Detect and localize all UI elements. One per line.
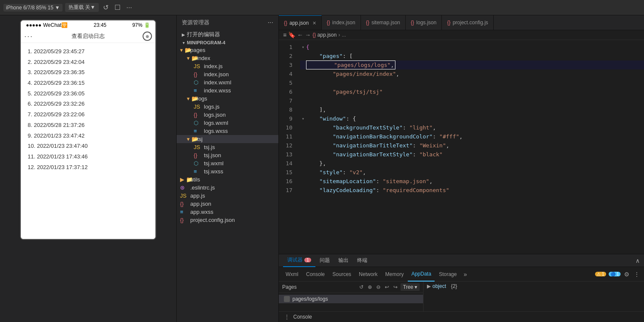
tree-label: logs.json <box>204 112 278 118</box>
tree-item-tsj-js[interactable]: JS tsj.js <box>177 143 278 151</box>
tree-label: tsj.wxss <box>204 168 278 175</box>
debug-terminal-tab[interactable]: 终端 <box>353 254 372 267</box>
debug-badge: 1 <box>304 258 311 262</box>
devtool-tab-sources[interactable]: Sources <box>329 267 355 282</box>
js-icon: JS <box>194 63 200 69</box>
devtool-tab-memory[interactable]: Memory <box>382 267 407 282</box>
tree-item-index[interactable]: ▾ 📂 index <box>177 54 278 62</box>
tree-item-logs-wxml[interactable]: ⬡ logs.wxml <box>177 119 278 127</box>
devtool-tab-wxml[interactable]: Wxml <box>282 267 302 282</box>
devtool-tab-network[interactable]: Network <box>355 267 381 282</box>
tree-item-index-wxss[interactable]: ≡ index.wxss <box>177 86 278 95</box>
tree-label: index.wxss <box>204 87 278 94</box>
console-row: ⋮ Console <box>279 311 644 322</box>
tree-item-pages[interactable]: ▾ 📂 pages <box>177 46 278 54</box>
tree-item-index-js[interactable]: JS index.js <box>177 62 278 70</box>
wxml-icon: ⬡ <box>194 120 198 126</box>
terminal-label: 终端 <box>357 257 367 264</box>
signal-icon: ●●●●● <box>26 22 41 28</box>
tree-label: index.json <box>204 71 278 78</box>
eslint-icon: ⊛ <box>180 184 185 191</box>
appdata-content: Pages ↺ ⊕ ⊖ ↩ ↪ Tree ▾ pages/logs/logs <box>279 282 644 311</box>
js-icon: JS <box>180 193 186 199</box>
devtools-more-options-button[interactable]: ⋮ <box>633 270 641 279</box>
tab-logs-json[interactable]: {} logs.json <box>406 15 442 30</box>
wxml-icon: ⬡ <box>194 79 198 86</box>
devtool-tab-appdata[interactable]: AppData <box>408 267 435 282</box>
appdata-undo-button[interactable]: ↩ <box>384 284 390 290</box>
wechat-label: WeChat🛜 <box>43 22 68 28</box>
obj-value-key: object <box>432 283 446 289</box>
debug-issues-tab[interactable]: 问题 <box>315 254 334 267</box>
tree-item-index-wxml[interactable]: ⬡ index.wxml <box>177 78 278 86</box>
devtool-tab-console[interactable]: Console <box>303 267 328 282</box>
bookmark-button[interactable]: 🔖 <box>288 32 295 38</box>
code-content[interactable]: ▾{ "pages": [ "pages/logs/logs", "pages/… <box>297 40 644 254</box>
appdata-expand-button[interactable]: ⊕ <box>366 284 373 290</box>
tree-item-project-config-json[interactable]: {} project.config.json <box>177 216 278 224</box>
forward-button[interactable]: → <box>305 32 311 38</box>
tree-item-tsj-json[interactable]: {} tsj.json <box>177 151 278 159</box>
debugger-collapse-button[interactable]: ∧ <box>635 257 640 264</box>
tree-item-logs[interactable]: ▾ 📂 logs <box>177 95 278 103</box>
code-line-13: "navigationBarTextStyle": "black" <box>300 150 644 159</box>
tree-dropdown[interactable]: Tree ▾ <box>401 283 420 291</box>
tree-item-logs-js[interactable]: JS logs.js <box>177 103 278 111</box>
tree-item-app-js[interactable]: JS app.js <box>177 192 278 200</box>
phone-button[interactable]: ☐ <box>113 3 122 12</box>
tree-item-logs-wxss[interactable]: ≡ logs.wxss <box>177 127 278 135</box>
appdata-refresh-button[interactable]: ↺ <box>358 284 365 290</box>
tree-item-tsj[interactable]: ▾ 📂 tsj <box>177 135 278 143</box>
issues-label: 问题 <box>320 257 330 264</box>
fold-arrow-4 <box>300 71 306 77</box>
phone-nav-bar: ··· 查看启动日志 ⊕ <box>21 30 155 43</box>
tree-label: app.js <box>190 193 278 199</box>
log-entry: 10. 2022/01/23 23:47:40 <box>28 141 149 152</box>
appdata-redo-button[interactable]: ↪ <box>392 284 399 290</box>
line-number-11: 11 <box>279 132 297 141</box>
devtool-tab-storage[interactable]: Storage <box>435 267 460 282</box>
project-section[interactable]: ▾ MINIPROGRAM-4 <box>177 39 278 46</box>
tree-item-app-wxss[interactable]: ≡ app.wxss <box>177 208 278 216</box>
main-layout: ●●●●● WeChat🛜 23:45 97% 🔋 ··· 查看启动日志 ⊕ 1… <box>0 15 644 322</box>
fold-arrow-9[interactable]: ▾ <box>300 115 306 122</box>
explorer-more-button[interactable]: ··· <box>268 19 273 26</box>
device-select-button[interactable]: iPhone 6/7/8 85% 15 ▼ <box>3 4 63 12</box>
appdata-collapse-button[interactable]: ⊖ <box>375 284 382 290</box>
devtools-settings-button[interactable]: ⚙ <box>623 270 630 279</box>
tab-index-json[interactable]: {} index.json <box>322 15 361 30</box>
obj-expand-icon[interactable]: ▶ <box>427 283 431 289</box>
tree-item-utils[interactable]: ▶ 📁 utils <box>177 175 278 184</box>
topbar-more-button[interactable]: ··· <box>125 3 134 12</box>
appdata-toolbar-label: Pages <box>282 284 356 290</box>
tab-sitemap-json[interactable]: {} sitemap.json <box>361 15 406 30</box>
debugger-tab-label[interactable]: 调试器 1 <box>283 254 315 267</box>
fold-arrow-1[interactable]: ▾ <box>300 44 306 50</box>
tree-item--eslintrc-js[interactable]: ⊛ .eslintrc.js <box>177 184 278 192</box>
json-icon: {} <box>194 152 197 158</box>
back-button[interactable]: ← <box>297 32 303 38</box>
tab-close-button[interactable]: × <box>312 20 316 26</box>
line-number-13: 13 <box>279 150 297 159</box>
tree-item-logs-json[interactable]: {} logs.json <box>177 111 278 119</box>
fold-arrow-14 <box>300 160 306 167</box>
tab-project-config-js[interactable]: {} project.config.js <box>442 15 493 30</box>
appdata-page-item-pages-logs-logs[interactable]: pages/logs/logs <box>279 295 423 303</box>
breadcrumb-sep: › <box>338 32 340 38</box>
hotreload-button[interactable]: 热重载 关▼ <box>65 3 99 12</box>
tab-app-json[interactable]: {} app.json × <box>279 15 322 30</box>
devtools-more-button[interactable]: » <box>461 271 469 278</box>
json-icon: {} <box>180 201 184 207</box>
wxss-icon: ≡ <box>194 128 197 134</box>
explorer-title: 资源管理器 <box>182 19 209 26</box>
refresh-button[interactable]: ↺ <box>101 3 110 12</box>
sidebar-toggle-button[interactable]: ≡ <box>283 32 286 38</box>
open-editors-section[interactable]: ▶ 打开的编辑器 <box>177 30 278 39</box>
tree-item-app-json[interactable]: {} app.json <box>177 200 278 208</box>
debug-output-tab[interactable]: 输出 <box>334 254 353 267</box>
fold-arrow-11 <box>300 133 306 140</box>
tree-item-index-json[interactable]: {} index.json <box>177 70 278 78</box>
breadcrumb-dots: ... <box>342 32 346 38</box>
tree-item-tsj-wxss[interactable]: ≡ tsj.wxss <box>177 167 278 175</box>
tree-item-tsj-wxml[interactable]: ⬡ tsj.wxml <box>177 159 278 167</box>
